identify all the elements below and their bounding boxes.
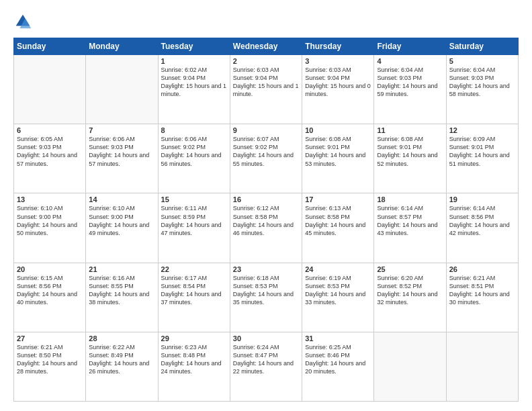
day-info: Sunrise: 6:13 AMSunset: 8:58 PMDaylight:… — [305, 204, 371, 237]
day-info: Sunrise: 6:18 AMSunset: 8:53 PMDaylight:… — [233, 274, 299, 307]
calendar-day-8: 8Sunrise: 6:06 AMSunset: 9:02 PMDaylight… — [158, 124, 230, 193]
calendar-header-sunday: Sunday — [14, 38, 86, 55]
day-number: 20 — [17, 265, 83, 273]
day-number: 19 — [449, 195, 515, 203]
day-info: Sunrise: 6:17 AMSunset: 8:54 PMDaylight:… — [161, 274, 227, 307]
day-info: Sunrise: 6:14 AMSunset: 8:57 PMDaylight:… — [377, 204, 443, 237]
day-info: Sunrise: 6:20 AMSunset: 8:52 PMDaylight:… — [377, 274, 443, 307]
day-info: Sunrise: 6:11 AMSunset: 8:59 PMDaylight:… — [161, 204, 227, 237]
logo — [13, 12, 35, 31]
calendar-day-2: 2Sunrise: 6:03 AMSunset: 9:04 PMDaylight… — [230, 55, 302, 124]
calendar-day-17: 17Sunrise: 6:13 AMSunset: 8:58 PMDayligh… — [302, 193, 374, 263]
day-number: 7 — [89, 126, 154, 134]
day-number: 26 — [449, 265, 515, 273]
calendar-day-6: 6Sunrise: 6:05 AMSunset: 9:03 PMDaylight… — [14, 124, 86, 193]
day-info: Sunrise: 6:07 AMSunset: 9:02 PMDaylight:… — [233, 135, 299, 168]
calendar-day-31: 31Sunrise: 6:25 AMSunset: 8:46 PMDayligh… — [302, 332, 374, 401]
calendar-day-empty — [374, 332, 446, 401]
day-number: 8 — [161, 126, 227, 134]
day-number: 30 — [233, 334, 299, 342]
day-number: 11 — [377, 126, 443, 134]
day-info: Sunrise: 6:06 AMSunset: 9:02 PMDaylight:… — [161, 135, 227, 168]
calendar-day-29: 29Sunrise: 6:23 AMSunset: 8:48 PMDayligh… — [158, 332, 230, 401]
day-number: 9 — [233, 126, 299, 134]
day-number: 4 — [377, 57, 443, 65]
day-number: 5 — [449, 57, 515, 65]
calendar-week-row-0: 1Sunrise: 6:02 AMSunset: 9:04 PMDaylight… — [14, 55, 519, 124]
calendar-day-19: 19Sunrise: 6:14 AMSunset: 8:56 PMDayligh… — [446, 193, 518, 263]
day-info: Sunrise: 6:04 AMSunset: 9:03 PMDaylight:… — [377, 66, 443, 99]
calendar-day-3: 3Sunrise: 6:03 AMSunset: 9:04 PMDaylight… — [302, 55, 374, 124]
day-info: Sunrise: 6:03 AMSunset: 9:04 PMDaylight:… — [305, 66, 371, 99]
calendar-week-row-4: 27Sunrise: 6:21 AMSunset: 8:50 PMDayligh… — [14, 332, 519, 401]
day-info: Sunrise: 6:21 AMSunset: 8:50 PMDaylight:… — [17, 343, 83, 376]
day-number: 28 — [89, 334, 154, 342]
calendar-day-30: 30Sunrise: 6:24 AMSunset: 8:47 PMDayligh… — [230, 332, 302, 401]
day-info: Sunrise: 6:16 AMSunset: 8:55 PMDaylight:… — [89, 274, 154, 307]
day-number: 24 — [305, 265, 371, 273]
calendar-day-18: 18Sunrise: 6:14 AMSunset: 8:57 PMDayligh… — [374, 193, 446, 263]
day-number: 6 — [17, 126, 83, 134]
day-info: Sunrise: 6:09 AMSunset: 9:01 PMDaylight:… — [449, 135, 515, 168]
calendar-day-1: 1Sunrise: 6:02 AMSunset: 9:04 PMDaylight… — [158, 55, 230, 124]
calendar-header-saturday: Saturday — [446, 38, 518, 55]
calendar-day-empty — [14, 55, 86, 124]
calendar-header-monday: Monday — [86, 38, 158, 55]
day-number: 27 — [17, 334, 83, 342]
day-info: Sunrise: 6:12 AMSunset: 8:58 PMDaylight:… — [233, 204, 299, 237]
calendar-day-7: 7Sunrise: 6:06 AMSunset: 9:03 PMDaylight… — [86, 124, 158, 193]
calendar-day-26: 26Sunrise: 6:21 AMSunset: 8:51 PMDayligh… — [446, 263, 518, 332]
day-info: Sunrise: 6:06 AMSunset: 9:03 PMDaylight:… — [89, 135, 154, 168]
day-number: 13 — [17, 195, 83, 203]
day-info: Sunrise: 6:10 AMSunset: 9:00 PMDaylight:… — [17, 204, 83, 237]
day-info: Sunrise: 6:10 AMSunset: 9:00 PMDaylight:… — [89, 204, 154, 237]
day-info: Sunrise: 6:02 AMSunset: 9:04 PMDaylight:… — [161, 66, 227, 99]
calendar-day-22: 22Sunrise: 6:17 AMSunset: 8:54 PMDayligh… — [158, 263, 230, 332]
day-number: 3 — [305, 57, 371, 65]
day-info: Sunrise: 6:04 AMSunset: 9:03 PMDaylight:… — [449, 66, 515, 99]
day-number: 15 — [161, 195, 227, 203]
day-number: 16 — [233, 195, 299, 203]
calendar-day-5: 5Sunrise: 6:04 AMSunset: 9:03 PMDaylight… — [446, 55, 518, 124]
calendar-day-14: 14Sunrise: 6:10 AMSunset: 9:00 PMDayligh… — [86, 193, 158, 263]
calendar-day-10: 10Sunrise: 6:08 AMSunset: 9:01 PMDayligh… — [302, 124, 374, 193]
calendar-day-23: 23Sunrise: 6:18 AMSunset: 8:53 PMDayligh… — [230, 263, 302, 332]
calendar-header-tuesday: Tuesday — [158, 38, 230, 55]
day-info: Sunrise: 6:19 AMSunset: 8:53 PMDaylight:… — [305, 274, 371, 307]
calendar-day-28: 28Sunrise: 6:22 AMSunset: 8:49 PMDayligh… — [86, 332, 158, 401]
calendar-day-empty — [446, 332, 518, 401]
day-number: 29 — [161, 334, 227, 342]
day-info: Sunrise: 6:23 AMSunset: 8:48 PMDaylight:… — [161, 343, 227, 376]
calendar-week-row-3: 20Sunrise: 6:15 AMSunset: 8:56 PMDayligh… — [14, 263, 519, 332]
logo-icon — [13, 12, 32, 31]
day-info: Sunrise: 6:05 AMSunset: 9:03 PMDaylight:… — [17, 135, 83, 168]
calendar-day-11: 11Sunrise: 6:08 AMSunset: 9:01 PMDayligh… — [374, 124, 446, 193]
calendar-day-21: 21Sunrise: 6:16 AMSunset: 8:55 PMDayligh… — [86, 263, 158, 332]
calendar-day-empty — [86, 55, 158, 124]
calendar-day-25: 25Sunrise: 6:20 AMSunset: 8:52 PMDayligh… — [374, 263, 446, 332]
day-info: Sunrise: 6:24 AMSunset: 8:47 PMDaylight:… — [233, 343, 299, 376]
day-number: 17 — [305, 195, 371, 203]
day-number: 12 — [449, 126, 515, 134]
day-info: Sunrise: 6:03 AMSunset: 9:04 PMDaylight:… — [233, 66, 299, 99]
day-number: 1 — [161, 57, 227, 65]
calendar-day-4: 4Sunrise: 6:04 AMSunset: 9:03 PMDaylight… — [374, 55, 446, 124]
calendar-day-9: 9Sunrise: 6:07 AMSunset: 9:02 PMDaylight… — [230, 124, 302, 193]
calendar-header-row: SundayMondayTuesdayWednesdayThursdayFrid… — [14, 38, 519, 55]
calendar-day-12: 12Sunrise: 6:09 AMSunset: 9:01 PMDayligh… — [446, 124, 518, 193]
day-number: 22 — [161, 265, 227, 273]
day-number: 18 — [377, 195, 443, 203]
day-number: 23 — [233, 265, 299, 273]
calendar-table: SundayMondayTuesdayWednesdayThursdayFrid… — [13, 38, 519, 402]
calendar-day-24: 24Sunrise: 6:19 AMSunset: 8:53 PMDayligh… — [302, 263, 374, 332]
day-number: 14 — [89, 195, 154, 203]
calendar-day-13: 13Sunrise: 6:10 AMSunset: 9:00 PMDayligh… — [14, 193, 86, 263]
day-info: Sunrise: 6:14 AMSunset: 8:56 PMDaylight:… — [449, 204, 515, 237]
calendar-header-friday: Friday — [374, 38, 446, 55]
day-info: Sunrise: 6:22 AMSunset: 8:49 PMDaylight:… — [89, 343, 154, 376]
calendar-week-row-1: 6Sunrise: 6:05 AMSunset: 9:03 PMDaylight… — [14, 124, 519, 193]
day-info: Sunrise: 6:08 AMSunset: 9:01 PMDaylight:… — [305, 135, 371, 168]
day-number: 25 — [377, 265, 443, 273]
day-number: 2 — [233, 57, 299, 65]
day-info: Sunrise: 6:15 AMSunset: 8:56 PMDaylight:… — [17, 274, 83, 307]
